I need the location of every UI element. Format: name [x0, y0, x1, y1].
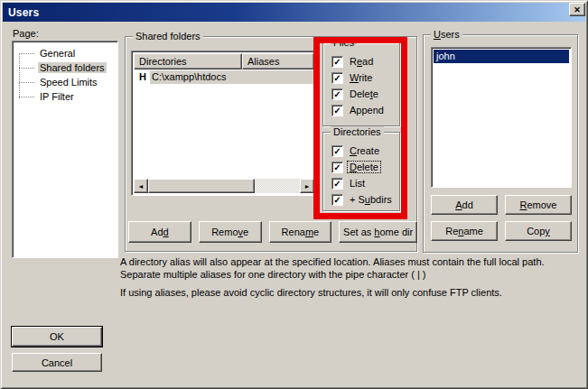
ok-button[interactable]: OK	[12, 327, 102, 347]
close-button[interactable]: ✕	[569, 3, 585, 16]
button-label: Cancel	[42, 357, 72, 368]
users-list[interactable]: john	[431, 47, 572, 188]
page-tree: General Shared folders Speed Limits IP F…	[13, 46, 117, 104]
button-label: Remove	[520, 199, 557, 210]
copy-user-button[interactable]: Copy	[505, 221, 572, 241]
column-header-aliases[interactable]: Aliases	[242, 53, 314, 69]
checkbox-checked-icon: ✓	[331, 72, 343, 84]
checkbox-checked-icon: ✓	[331, 194, 343, 206]
checkbox-dirs-create[interactable]: ✓ Create	[331, 143, 397, 159]
files-permissions-group: Files ✓ Read ✓ Write ✓ Delete ✓ Append	[322, 42, 400, 126]
listview-header: Directories Aliases	[134, 53, 314, 69]
button-label: Add	[151, 227, 169, 237]
users-group: Users john Add Remove Rename Copy	[423, 34, 578, 253]
checkbox-checked-icon: ✓	[331, 162, 343, 173]
checkbox-checked-icon: ✓	[331, 56, 343, 68]
button-label: Rename	[282, 227, 320, 237]
directories-group-label: Directories	[331, 126, 384, 137]
button-label: Rename	[445, 226, 483, 236]
scrollbar-thumb[interactable]	[148, 179, 255, 193]
directories-listview[interactable]: Directories Aliases H C:\xampp\htdocs ◄ …	[131, 51, 317, 196]
add-directory-button[interactable]: Add	[128, 221, 191, 243]
arrow-right-icon: ►	[304, 183, 311, 190]
checkbox-dirs-list[interactable]: ✓ List	[331, 175, 397, 191]
checkbox-label: Append	[348, 105, 386, 116]
button-label: Remove	[211, 227, 248, 237]
column-header-directories[interactable]: Directories	[134, 53, 242, 69]
remove-directory-button[interactable]: Remove	[199, 221, 262, 243]
user-list-item[interactable]: john	[434, 50, 569, 63]
alias-note-paragraph: A directory alias will also appear at th…	[120, 255, 578, 281]
checkbox-label: Delete	[348, 162, 380, 172]
directory-row[interactable]: H C:\xampp\htdocs	[134, 69, 314, 84]
files-checkbox-column: ✓ Read ✓ Write ✓ Delete ✓ Append	[331, 53, 397, 118]
checkbox-dirs-subdirs[interactable]: ✓ + Subdirs	[331, 191, 397, 208]
home-dir-marker: H	[134, 70, 150, 84]
scroll-right-button[interactable]: ►	[300, 179, 314, 193]
title-bar[interactable]: Users	[3, 3, 585, 22]
checkbox-files-read[interactable]: ✓ Read	[331, 53, 397, 69]
arrow-left-icon: ◄	[138, 183, 145, 190]
alias-note-paragraph: If using aliases, please avoid cyclic di…	[120, 286, 578, 299]
checkbox-files-delete[interactable]: ✓ Delete	[331, 86, 397, 102]
checkbox-files-append[interactable]: ✓ Append	[331, 102, 397, 118]
remove-user-button[interactable]: Remove	[505, 195, 572, 215]
directories-checkbox-column: ✓ Create ✓ Delete ✓ List ✓ + Subdirs	[331, 143, 397, 208]
alias-notes: A directory alias will also appear at th…	[120, 255, 578, 299]
page-item-ip-filter[interactable]: IP Filter	[13, 89, 117, 104]
checkbox-label: List	[348, 178, 367, 189]
checkbox-label: + Subdirs	[348, 194, 394, 205]
set-as-home-dir-button[interactable]: Set as home dir	[339, 221, 417, 243]
listview-body: H C:\xampp\htdocs	[134, 69, 314, 179]
users-buttons: Add Remove Rename Copy	[431, 195, 572, 247]
page-item-shared-folders[interactable]: Shared folders	[13, 60, 117, 75]
files-group-label: Files	[331, 37, 357, 48]
directory-path: C:\xampp\htdocs	[150, 70, 314, 84]
shared-folders-group-label: Shared folders	[133, 31, 203, 42]
checkbox-dirs-delete[interactable]: ✓ Delete	[331, 159, 397, 175]
scrollbar-track[interactable]	[255, 179, 300, 193]
checkbox-label: Read	[348, 56, 375, 67]
page-list[interactable]: General Shared folders Speed Limits IP F…	[12, 41, 118, 258]
page-item-label: Speed Limits	[38, 77, 99, 88]
directories-permissions-group: Directories ✓ Create ✓ Delete ✓ List ✓ +…	[322, 132, 400, 211]
checkbox-checked-icon: ✓	[331, 88, 343, 100]
page-item-label: IP Filter	[38, 91, 76, 102]
checkbox-checked-icon: ✓	[331, 105, 343, 116]
shared-folders-buttons: Add Remove Rename Set as home dir	[128, 221, 417, 243]
checkbox-label: Delete	[348, 88, 380, 99]
button-label: OK	[50, 331, 64, 342]
checkbox-checked-icon: ✓	[331, 178, 343, 190]
checkbox-label: Create	[348, 145, 381, 156]
button-label: Copy	[527, 226, 550, 236]
checkbox-files-write[interactable]: ✓ Write	[331, 69, 397, 86]
checkbox-checked-icon: ✓	[331, 145, 343, 157]
page-label: Page:	[13, 28, 39, 39]
close-icon: ✕	[574, 5, 581, 14]
button-label: Set as home dir	[343, 227, 413, 237]
page-item-label: General	[38, 48, 77, 59]
rename-directory-button[interactable]: Rename	[269, 221, 332, 243]
cancel-button[interactable]: Cancel	[12, 353, 102, 372]
users-group-label: Users	[431, 29, 462, 40]
page-item-label: Shared folders	[38, 62, 107, 73]
page-item-general[interactable]: General	[13, 46, 117, 60]
checkbox-label: Write	[348, 72, 374, 83]
horizontal-scrollbar[interactable]: ◄ ►	[134, 179, 314, 193]
rename-user-button[interactable]: Rename	[431, 221, 498, 241]
button-label: Add	[455, 199, 473, 210]
scroll-left-button[interactable]: ◄	[134, 179, 148, 193]
add-user-button[interactable]: Add	[431, 195, 498, 215]
page-item-speed-limits[interactable]: Speed Limits	[13, 75, 117, 89]
users-dialog: Users ✕ Page: General Shared folders Spe…	[0, 0, 588, 389]
window-title: Users	[8, 6, 39, 19]
